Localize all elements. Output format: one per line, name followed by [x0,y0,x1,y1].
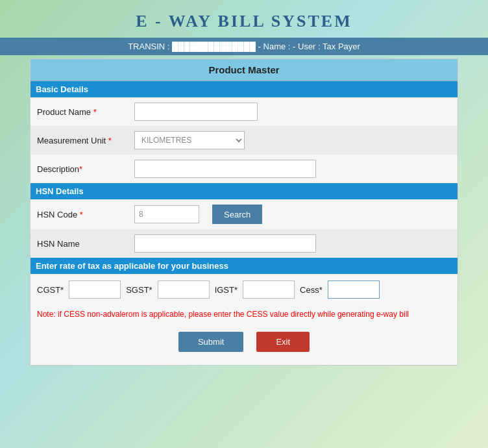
cgst-input[interactable] [69,280,121,299]
sgst-input[interactable] [158,280,210,299]
description-input[interactable] [134,160,316,178]
measurement-unit-row: Measurement Unit * KILOMETRES NOS KGS LT… [30,126,458,155]
basic-details-header: Basic Details [30,81,458,97]
tax-rate-header: Enter rate of tax as applicable for your… [30,258,458,274]
note-text: Note: if CESS non-advalerom is applicabl… [37,310,409,319]
exit-button[interactable]: Exit [256,332,310,352]
sgst-label: SGST* [126,285,152,295]
hsn-details-header: HSN Details [30,183,458,199]
product-name-input[interactable] [134,103,258,121]
measurement-unit-label: Measurement Unit * [37,136,134,145]
submit-button[interactable]: Submit [178,332,243,352]
hsn-code-row: HSN Code * Search [30,199,458,229]
description-row: Description* [30,155,458,183]
product-name-row: Product Name * [30,97,458,126]
cess-label: Cess* [300,285,323,295]
hsn-name-row: HSN Name [30,229,458,258]
cess-input[interactable] [328,280,380,299]
description-label: Description* [37,164,134,174]
tax-row: CGST* SGST* IGST* Cess* [30,274,458,305]
note-row: Note: if CESS non-advalerom is applicabl… [30,305,458,323]
cgst-label: CGST* [37,285,64,295]
user-bar: TRANSIN : ██████████████ - Name : - User… [0,38,488,55]
user-info: TRANSIN : ██████████████ - Name : - User… [128,42,360,51]
hsn-name-label: HSN Name [37,239,134,249]
igst-label: IGST* [215,285,238,295]
page-title: E - WAY BILL SYSTEM [0,0,488,38]
hsn-code-input[interactable] [134,205,199,223]
search-button[interactable]: Search [212,205,262,224]
hsn-name-input[interactable] [134,234,316,253]
buttons-row: Submit Exit [30,323,458,365]
measurement-unit-select[interactable]: KILOMETRES NOS KGS LTRS [134,131,245,149]
form-title: Product Master [30,59,458,81]
igst-input[interactable] [243,280,295,299]
hsn-code-label: HSN Code * [37,210,134,219]
product-name-label: Product Name * [37,107,134,117]
form-container: Product Master Basic Details Product Nam… [30,58,458,366]
